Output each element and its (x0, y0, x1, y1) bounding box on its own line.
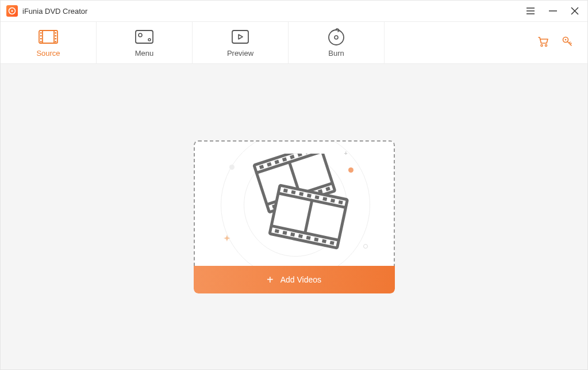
app-title: iFunia DVD Creator (22, 7, 87, 16)
burn-disc-icon (326, 28, 347, 45)
svg-rect-15 (55, 32, 57, 34)
svg-point-23 (329, 30, 344, 45)
tab-preview[interactable]: Preview (193, 22, 289, 63)
plus-icon: + (267, 274, 274, 285)
preview-icon (229, 28, 252, 45)
svg-rect-8 (39, 30, 57, 43)
tab-source-label: Source (36, 49, 60, 58)
svg-point-24 (335, 36, 338, 39)
close-icon[interactable] (570, 6, 579, 16)
svg-rect-13 (40, 38, 42, 40)
toolbar: Source Menu Preview Burn (1, 21, 587, 64)
drop-zone-illustration: ✦ + (194, 140, 395, 266)
svg-rect-14 (40, 41, 42, 43)
svg-rect-17 (55, 38, 57, 40)
tab-burn[interactable]: Burn (289, 22, 385, 63)
menu-icon[interactable] (525, 6, 536, 16)
tab-menu-label: Menu (135, 49, 154, 58)
add-videos-label: Add Videos (280, 275, 321, 284)
tab-source[interactable]: Source (1, 22, 97, 63)
tab-menu[interactable]: Menu (97, 22, 193, 63)
filmstrip-icon (37, 28, 60, 45)
film-strips-icon (231, 154, 358, 254)
tab-preview-label: Preview (227, 49, 253, 58)
deco-plus-icon: ✦ (224, 234, 230, 243)
svg-rect-11 (40, 32, 42, 34)
svg-point-28 (565, 39, 567, 41)
tab-burn-label: Burn (328, 49, 344, 58)
svg-point-21 (148, 39, 151, 41)
svg-point-1 (11, 10, 13, 12)
drop-zone[interactable]: ✦ + (194, 140, 395, 293)
svg-point-25 (541, 44, 543, 46)
add-videos-button[interactable]: + Add Videos (194, 266, 395, 293)
title-bar: iFunia DVD Creator (1, 1, 587, 21)
key-icon[interactable] (561, 35, 574, 50)
deco-dot (363, 244, 368, 249)
svg-rect-19 (136, 30, 153, 43)
svg-rect-16 (55, 35, 57, 37)
svg-rect-18 (55, 41, 57, 43)
cart-icon[interactable] (537, 35, 549, 50)
window-controls (525, 6, 579, 16)
svg-rect-12 (40, 35, 42, 37)
toolbar-right (537, 22, 587, 63)
svg-point-26 (545, 44, 547, 46)
svg-rect-22 (232, 30, 248, 43)
svg-point-20 (139, 33, 142, 37)
minimize-icon[interactable] (548, 6, 558, 16)
app-logo-icon (6, 5, 18, 17)
title-left: iFunia DVD Creator (6, 5, 87, 17)
menu-template-icon (133, 28, 156, 45)
toolbar-spacer (385, 22, 537, 63)
main-content: ✦ + (1, 64, 587, 369)
